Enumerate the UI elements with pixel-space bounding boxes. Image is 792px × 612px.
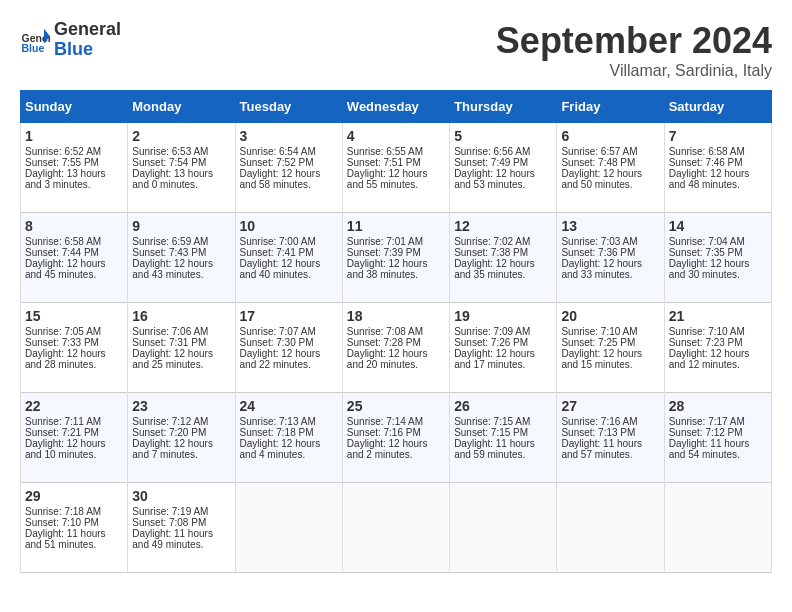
sunset: Sunset: 7:38 PM: [454, 247, 528, 258]
day-number: 12: [454, 218, 552, 234]
daylight: Daylight: 13 hours and 0 minutes.: [132, 168, 213, 190]
day-number: 28: [669, 398, 767, 414]
sunset: Sunset: 7:41 PM: [240, 247, 314, 258]
daylight: Daylight: 12 hours and 28 minutes.: [25, 348, 106, 370]
logo-blue: Blue: [54, 40, 121, 60]
day-number: 5: [454, 128, 552, 144]
sunset: Sunset: 7:12 PM: [669, 427, 743, 438]
calendar-cell: 8Sunrise: 6:58 AMSunset: 7:44 PMDaylight…: [21, 213, 128, 303]
daylight: Daylight: 12 hours and 17 minutes.: [454, 348, 535, 370]
calendar-cell: 29Sunrise: 7:18 AMSunset: 7:10 PMDayligh…: [21, 483, 128, 573]
calendar-cell: 22Sunrise: 7:11 AMSunset: 7:21 PMDayligh…: [21, 393, 128, 483]
daylight: Daylight: 12 hours and 40 minutes.: [240, 258, 321, 280]
sunset: Sunset: 7:43 PM: [132, 247, 206, 258]
calendar-cell: 21Sunrise: 7:10 AMSunset: 7:23 PMDayligh…: [664, 303, 771, 393]
sunset: Sunset: 7:46 PM: [669, 157, 743, 168]
sunrise: Sunrise: 7:13 AM: [240, 416, 316, 427]
daylight: Daylight: 12 hours and 50 minutes.: [561, 168, 642, 190]
daylight: Daylight: 12 hours and 48 minutes.: [669, 168, 750, 190]
daylight: Daylight: 12 hours and 15 minutes.: [561, 348, 642, 370]
daylight: Daylight: 11 hours and 54 minutes.: [669, 438, 750, 460]
sunset: Sunset: 7:30 PM: [240, 337, 314, 348]
calendar-cell: 5Sunrise: 6:56 AMSunset: 7:49 PMDaylight…: [450, 123, 557, 213]
sunset: Sunset: 7:48 PM: [561, 157, 635, 168]
sunset: Sunset: 7:49 PM: [454, 157, 528, 168]
day-number: 30: [132, 488, 230, 504]
title-block: September 2024 Villamar, Sardinia, Italy: [496, 20, 772, 80]
day-number: 11: [347, 218, 445, 234]
sunrise: Sunrise: 7:08 AM: [347, 326, 423, 337]
sunrise: Sunrise: 6:58 AM: [669, 146, 745, 157]
daylight: Daylight: 12 hours and 43 minutes.: [132, 258, 213, 280]
sunrise: Sunrise: 7:09 AM: [454, 326, 530, 337]
day-number: 13: [561, 218, 659, 234]
calendar-cell: 27Sunrise: 7:16 AMSunset: 7:13 PMDayligh…: [557, 393, 664, 483]
sunrise: Sunrise: 7:15 AM: [454, 416, 530, 427]
header-thursday: Thursday: [450, 91, 557, 123]
page-header: General Blue General Blue September 2024…: [20, 20, 772, 80]
month-title: September 2024: [496, 20, 772, 62]
sunset: Sunset: 7:15 PM: [454, 427, 528, 438]
daylight: Daylight: 12 hours and 12 minutes.: [669, 348, 750, 370]
header-tuesday: Tuesday: [235, 91, 342, 123]
day-number: 23: [132, 398, 230, 414]
calendar-cell: [342, 483, 449, 573]
sunrise: Sunrise: 7:10 AM: [561, 326, 637, 337]
daylight: Daylight: 12 hours and 38 minutes.: [347, 258, 428, 280]
sunrise: Sunrise: 7:17 AM: [669, 416, 745, 427]
header-sunday: Sunday: [21, 91, 128, 123]
calendar-cell: [557, 483, 664, 573]
calendar-table: SundayMondayTuesdayWednesdayThursdayFrid…: [20, 90, 772, 573]
day-number: 7: [669, 128, 767, 144]
calendar-cell: 17Sunrise: 7:07 AMSunset: 7:30 PMDayligh…: [235, 303, 342, 393]
daylight: Daylight: 12 hours and 2 minutes.: [347, 438, 428, 460]
sunrise: Sunrise: 7:19 AM: [132, 506, 208, 517]
calendar-cell: 16Sunrise: 7:06 AMSunset: 7:31 PMDayligh…: [128, 303, 235, 393]
sunrise: Sunrise: 7:04 AM: [669, 236, 745, 247]
header-saturday: Saturday: [664, 91, 771, 123]
sunrise: Sunrise: 7:06 AM: [132, 326, 208, 337]
daylight: Daylight: 12 hours and 30 minutes.: [669, 258, 750, 280]
sunrise: Sunrise: 7:11 AM: [25, 416, 101, 427]
day-number: 6: [561, 128, 659, 144]
calendar-cell: 12Sunrise: 7:02 AMSunset: 7:38 PMDayligh…: [450, 213, 557, 303]
daylight: Daylight: 12 hours and 33 minutes.: [561, 258, 642, 280]
daylight: Daylight: 11 hours and 59 minutes.: [454, 438, 535, 460]
day-number: 16: [132, 308, 230, 324]
calendar-week-row: 29Sunrise: 7:18 AMSunset: 7:10 PMDayligh…: [21, 483, 772, 573]
sunset: Sunset: 7:55 PM: [25, 157, 99, 168]
sunrise: Sunrise: 6:54 AM: [240, 146, 316, 157]
day-number: 9: [132, 218, 230, 234]
day-number: 21: [669, 308, 767, 324]
day-number: 19: [454, 308, 552, 324]
calendar-cell: 7Sunrise: 6:58 AMSunset: 7:46 PMDaylight…: [664, 123, 771, 213]
sunset: Sunset: 7:44 PM: [25, 247, 99, 258]
calendar-cell: 15Sunrise: 7:05 AMSunset: 7:33 PMDayligh…: [21, 303, 128, 393]
calendar-cell: 24Sunrise: 7:13 AMSunset: 7:18 PMDayligh…: [235, 393, 342, 483]
day-number: 1: [25, 128, 123, 144]
sunrise: Sunrise: 6:58 AM: [25, 236, 101, 247]
daylight: Daylight: 12 hours and 58 minutes.: [240, 168, 321, 190]
daylight: Daylight: 12 hours and 4 minutes.: [240, 438, 321, 460]
location: Villamar, Sardinia, Italy: [496, 62, 772, 80]
sunrise: Sunrise: 7:10 AM: [669, 326, 745, 337]
sunset: Sunset: 7:10 PM: [25, 517, 99, 528]
calendar-cell: 23Sunrise: 7:12 AMSunset: 7:20 PMDayligh…: [128, 393, 235, 483]
calendar-week-row: 22Sunrise: 7:11 AMSunset: 7:21 PMDayligh…: [21, 393, 772, 483]
calendar-cell: 30Sunrise: 7:19 AMSunset: 7:08 PMDayligh…: [128, 483, 235, 573]
logo-icon: General Blue: [20, 25, 50, 55]
daylight: Daylight: 11 hours and 49 minutes.: [132, 528, 213, 550]
daylight: Daylight: 12 hours and 55 minutes.: [347, 168, 428, 190]
sunrise: Sunrise: 7:18 AM: [25, 506, 101, 517]
calendar-cell: 28Sunrise: 7:17 AMSunset: 7:12 PMDayligh…: [664, 393, 771, 483]
daylight: Daylight: 13 hours and 3 minutes.: [25, 168, 106, 190]
calendar-week-row: 8Sunrise: 6:58 AMSunset: 7:44 PMDaylight…: [21, 213, 772, 303]
calendar-cell: 19Sunrise: 7:09 AMSunset: 7:26 PMDayligh…: [450, 303, 557, 393]
day-number: 8: [25, 218, 123, 234]
calendar-cell: [664, 483, 771, 573]
calendar-header-row: SundayMondayTuesdayWednesdayThursdayFrid…: [21, 91, 772, 123]
calendar-cell: 3Sunrise: 6:54 AMSunset: 7:52 PMDaylight…: [235, 123, 342, 213]
sunset: Sunset: 7:33 PM: [25, 337, 99, 348]
day-number: 26: [454, 398, 552, 414]
calendar-cell: [235, 483, 342, 573]
